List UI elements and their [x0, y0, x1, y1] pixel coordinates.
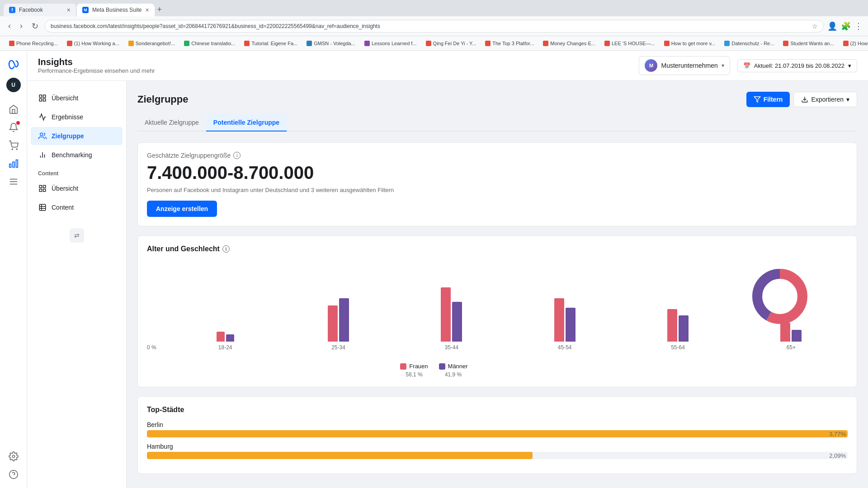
- svg-marker-27: [754, 97, 760, 102]
- legend-frauen: Frauen 58,1 %: [400, 363, 428, 378]
- bookmark-gmsn-label: GMSN - Volegda...: [314, 41, 355, 46]
- nav-icon-uebersicht: [38, 94, 47, 103]
- age-gender-card: Alter und Geschlecht i: [137, 235, 857, 387]
- legend-label-frauen: Frauen: [409, 363, 428, 370]
- browser-chrome: f Facebook × M Meta Business Suite × +: [0, 0, 868, 16]
- svg-rect-19: [39, 185, 42, 188]
- tab-meta-label: Meta Business Suite: [92, 7, 142, 13]
- page-header: Zielgruppe Filtern Exportieren ▾: [137, 92, 857, 107]
- age-gender-info-icon[interactable]: i: [222, 245, 230, 253]
- bookmark-more[interactable]: How to get more v...: [660, 40, 719, 47]
- bar-frauen-65plus: [780, 323, 790, 342]
- audience-size-value: 7.400.000-8.700.000: [147, 163, 848, 183]
- bookmark-chinese[interactable]: Chinese translatio...: [180, 40, 239, 47]
- bookmark-lessons[interactable]: Lessons Learned f...: [361, 40, 420, 47]
- sidebar-icon-analytics[interactable]: [5, 155, 22, 172]
- legend-dot-maenner: [439, 363, 445, 370]
- tab-potenzielle[interactable]: Potentielle Zielgruppe: [206, 114, 287, 131]
- create-ad-button[interactable]: Anzeige erstellen: [147, 201, 217, 217]
- nav-item-uebersicht[interactable]: Übersicht: [31, 89, 123, 107]
- export-button[interactable]: Exportieren ▾: [793, 92, 857, 107]
- sidebar-icon-home[interactable]: [5, 101, 22, 117]
- legend-dot-frauen: [400, 363, 406, 370]
- bar-group-55-64: 55-64: [621, 309, 734, 351]
- bar-group-25-34: 25-34: [282, 298, 395, 351]
- tab-facebook-close[interactable]: ×: [67, 6, 71, 14]
- bookmark-top3-label: The Top 3 Platfor...: [492, 41, 534, 46]
- bookmark-tutorial[interactable]: Tutorial: Eigene Fa...: [241, 40, 301, 47]
- city-pct-berlin: 3,77%: [829, 431, 846, 437]
- avatar[interactable]: U: [6, 78, 21, 92]
- nav-item-ergebnisse[interactable]: Ergebnisse: [31, 108, 123, 126]
- bar-frauen-18-24: [217, 332, 225, 342]
- bar-group-18-24: 18-24: [169, 332, 282, 351]
- bar-frauen-45-54: [554, 298, 564, 342]
- bookmark-more-label: How to get more v...: [671, 41, 716, 46]
- date-range-selector[interactable]: 📅 Aktuell: 21.07.2019 bis 20.08.2022 ▾: [737, 59, 857, 72]
- nav-item-benchmarking[interactable]: Benchmarking: [31, 146, 123, 164]
- svg-rect-3: [13, 162, 14, 167]
- new-tab-button[interactable]: +: [156, 3, 164, 16]
- main-panel: Zielgruppe Filtern Exportieren ▾: [127, 81, 868, 488]
- bar-label-35-44: 35-44: [444, 344, 458, 351]
- sidebar-icon-menu[interactable]: [5, 174, 22, 190]
- bookmark-top3[interactable]: The Top 3 Platfor...: [481, 40, 538, 47]
- tab-facebook[interactable]: f Facebook ×: [4, 4, 76, 16]
- bookmark-datenschutz[interactable]: Datenschutz - Re...: [721, 40, 778, 47]
- bar-frauen-25-34: [328, 305, 338, 342]
- bookmark-sonder[interactable]: Sonderangebot!...: [125, 40, 179, 47]
- url-bar[interactable]: business.facebook.com/latest/insights/pe…: [45, 20, 824, 33]
- audience-size-desc: Personen auf Facebook und Instagram unte…: [147, 187, 848, 193]
- bookmark-phone[interactable]: Phone Recycling...: [5, 40, 61, 47]
- tab-meta-close[interactable]: ×: [145, 6, 149, 14]
- bookmark-lee[interactable]: LEE 'S HOUSE—...: [601, 40, 659, 47]
- bookmark-student[interactable]: Student Wants an...: [779, 40, 837, 47]
- nav-item-content[interactable]: Content: [31, 198, 123, 216]
- city-bar-container-hamburg: 2,09%: [147, 452, 848, 459]
- filter-icon: [754, 96, 761, 103]
- city-name-berlin: Berlin: [147, 421, 848, 428]
- refresh-button[interactable]: ↻: [29, 19, 41, 33]
- sidebar-icon-orders[interactable]: [5, 137, 22, 154]
- sidebar-icon-help[interactable]: [5, 466, 22, 483]
- main-content: Insights Performance-Ergebnisse einsehen…: [27, 51, 868, 488]
- nav-label-content: Content: [52, 204, 74, 211]
- city-pct-hamburg: 2,09%: [829, 452, 846, 459]
- content-section-label: Content: [27, 165, 126, 178]
- bar-frauen-55-64: [667, 309, 677, 342]
- header-title-block: Insights Performance-Ergebnisse einsehen…: [38, 57, 155, 74]
- bars-25-34: [328, 298, 349, 342]
- nav-sidebar: Übersicht Ergebnisse Zielgruppe: [27, 81, 127, 488]
- bookmark-qing[interactable]: Qing Fei De Yi - Y...: [422, 40, 480, 47]
- calendar-icon: 📅: [743, 62, 750, 69]
- nav-icon-zielgruppe: [38, 131, 47, 141]
- company-selector[interactable]: M Musterunternehmen ▾: [639, 56, 730, 75]
- sidebar-icon-settings[interactable]: [5, 448, 22, 465]
- app-header: Insights Performance-Ergebnisse einsehen…: [27, 51, 868, 81]
- filter-button[interactable]: Filtern: [746, 92, 790, 107]
- tab-facebook-label: Facebook: [19, 7, 43, 13]
- svg-rect-2: [16, 160, 18, 168]
- sidebar-icon-notifications[interactable]: [5, 119, 22, 136]
- audience-size-card: Geschätzte Zielgruppengröße i 7.400.000-…: [137, 142, 857, 226]
- nav-item-content-uebersicht[interactable]: Übersicht: [31, 179, 123, 197]
- nav-item-zielgruppe[interactable]: Zielgruppe: [31, 127, 123, 145]
- svg-rect-13: [43, 99, 46, 101]
- bookmark-working[interactable]: (1) How Working a...: [63, 40, 123, 47]
- tab-aktuelle[interactable]: Aktuelle Zielgruppe: [137, 114, 206, 131]
- bookmark-money[interactable]: Money Changes E...: [539, 40, 599, 47]
- collapse-button[interactable]: ⇄: [70, 228, 84, 243]
- top-cities-card: Top-Städte Berlin 3,77% Hamburg 2,0: [137, 396, 857, 474]
- audience-info-icon[interactable]: i: [233, 152, 241, 159]
- tab-meta[interactable]: M Meta Business Suite ×: [77, 4, 155, 16]
- export-chevron-icon: ▾: [846, 96, 849, 103]
- bookmark-howto[interactable]: (2) How To Add A...: [840, 40, 868, 47]
- browser-actions: 👤 🧩 ⋮: [827, 21, 863, 31]
- age-gender-chart-container: 0 % 18-24: [147, 260, 848, 378]
- forward-button[interactable]: ›: [17, 19, 25, 33]
- bookmark-datenschutz-label: Datenschutz - Re...: [731, 41, 774, 46]
- bar-maenner-25-34: [339, 298, 349, 342]
- notification-badge: [16, 121, 20, 125]
- bookmark-gmsn[interactable]: GMSN - Volegda...: [303, 40, 359, 47]
- back-button[interactable]: ‹: [5, 19, 14, 33]
